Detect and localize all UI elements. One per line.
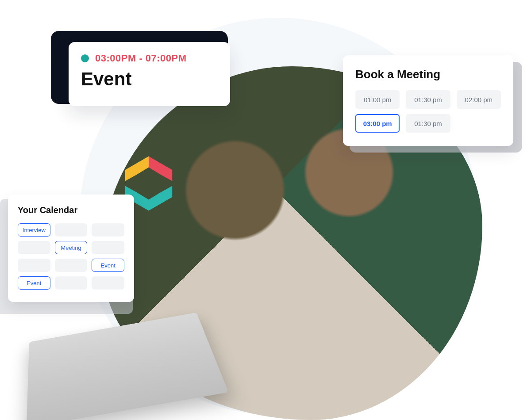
calendar-entry-empty [18, 241, 50, 254]
status-dot-icon [81, 54, 89, 62]
calendar-entry-empty [92, 241, 124, 254]
event-card: 03:00PM - 07:00PM Event [69, 42, 230, 106]
book-meeting-card: Book a Meeting 01:00 pm 01:30 pm 02:00 p… [343, 55, 513, 146]
calendar-entry-empty [92, 276, 124, 290]
calendar-entry-empty [55, 276, 88, 290]
time-slot[interactable]: 01:30 pm [406, 90, 450, 109]
book-meeting-title: Book a Meeting [355, 68, 501, 81]
calendar-entry-empty [92, 223, 124, 237]
your-calendar-title: Your Calendar [18, 205, 124, 215]
your-calendar-card: Your Calendar Interview Meeting Event Ev… [8, 195, 134, 302]
calendar-entry-empty [55, 259, 88, 272]
time-slot[interactable]: 01:30 pm [406, 114, 450, 133]
event-time-range: 03:00PM - 07:00PM [95, 53, 187, 64]
calendar-entry-empty [55, 223, 88, 237]
event-title: Event [81, 69, 218, 90]
calendar-entry-meeting[interactable]: Meeting [55, 241, 88, 254]
calendar-grid: Interview Meeting Event Event [18, 223, 124, 290]
laptop-illustration [27, 313, 229, 420]
calendar-entry-interview[interactable]: Interview [18, 223, 50, 237]
time-slot[interactable]: 01:00 pm [355, 90, 400, 109]
calendar-entry-event[interactable]: Event [92, 259, 124, 272]
calendar-entry-empty [18, 259, 50, 272]
time-slot-selected[interactable]: 03:00 pm [355, 114, 400, 133]
time-slot[interactable]: 02:00 pm [457, 90, 501, 109]
time-slot-grid: 01:00 pm 01:30 pm 02:00 pm 03:00 pm 01:3… [355, 90, 501, 133]
calendar-entry-event[interactable]: Event [18, 276, 50, 290]
